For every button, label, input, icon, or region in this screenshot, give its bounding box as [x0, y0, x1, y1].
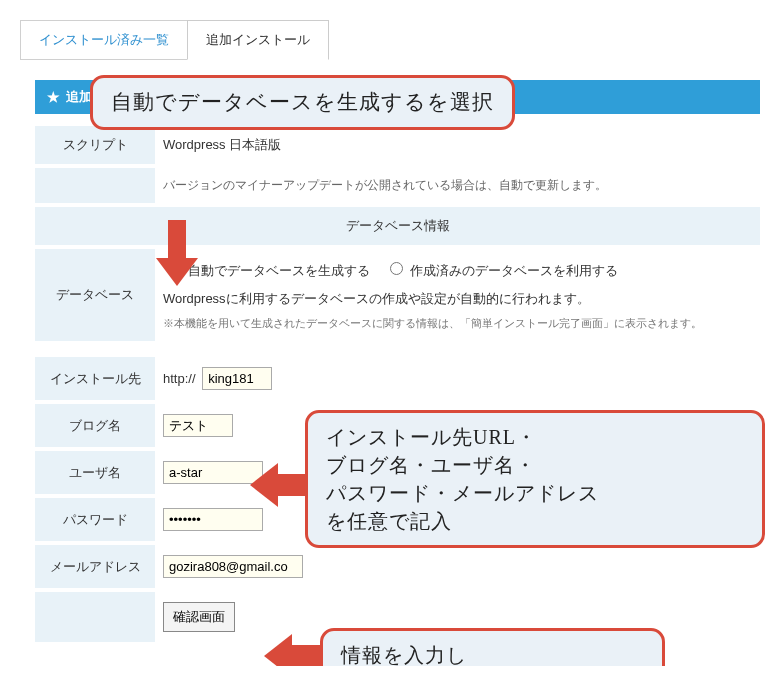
username-input[interactable] [163, 461, 263, 484]
url-prefix: http:// [163, 371, 196, 386]
confirm-button[interactable]: 確認画面 [163, 602, 235, 632]
install-form-table: スクリプト Wordpress 日本語版 バージョンのマイナーアップデートが公開… [35, 126, 760, 646]
row-script-label: スクリプト [35, 126, 155, 166]
blog-name-input[interactable] [163, 414, 233, 437]
install-panel: ★ 追加インストール スクリプト Wordpress 日本語版 バージョンのマイ… [35, 80, 760, 646]
db-radio-existing-label[interactable]: 作成済みのデータベースを利用する [385, 263, 618, 278]
row-install-url-label: インストール先 [35, 355, 155, 402]
db-radio-existing[interactable] [390, 262, 403, 275]
tab-installed-list[interactable]: インストール済み一覧 [20, 20, 187, 60]
row-script-value: Wordpress 日本語版 [155, 126, 760, 166]
password-input[interactable] [163, 508, 263, 531]
callout-db-auto: 自動でデータベースを生成するを選択 [90, 75, 515, 130]
install-url-input[interactable] [202, 367, 272, 390]
row-mail-label: メールアドレス [35, 543, 155, 590]
callout-confirm: 情報を入力し 【確認画面】を押す [320, 628, 665, 666]
tab-bar: インストール済み一覧 追加インストール [20, 20, 760, 60]
db-section-title: データベース情報 [35, 205, 760, 247]
db-auto-desc: Wordpressに利用するデータベースの作成や設定が自動的に行われます。 [163, 290, 752, 308]
star-icon: ★ [47, 89, 60, 105]
auto-update-note: バージョンのマイナーアップデートが公開されている場合は、自動で更新します。 [155, 166, 760, 205]
tab-additional-install[interactable]: 追加インストール [187, 20, 329, 60]
row-db-label: データベース [35, 247, 155, 343]
row-pass-label: パスワード [35, 496, 155, 543]
row-user-label: ユーザ名 [35, 449, 155, 496]
db-note: ※本機能を用いて生成されたデータベースに関する情報は、「簡単インストール完了画面… [163, 316, 752, 331]
email-input[interactable] [163, 555, 303, 578]
db-radio-group: 自動でデータベースを生成する 作成済みのデータベースを利用する [163, 259, 752, 280]
callout-fields: インストール先URL・ ブログ名・ユーザ名・ パスワード・メールアドレス を任意… [305, 410, 765, 548]
row-blog-label: ブログ名 [35, 402, 155, 449]
